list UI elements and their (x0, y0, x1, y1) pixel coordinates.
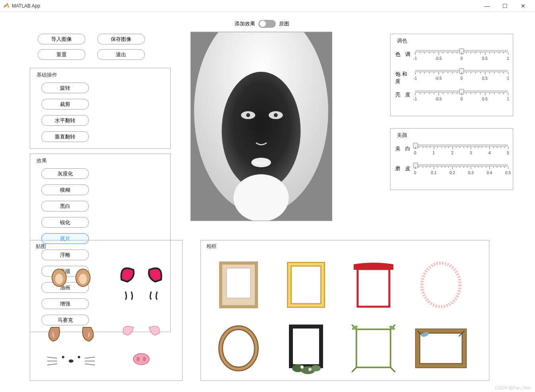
svg-rect-21 (289, 264, 323, 306)
toggle-left-label: 添加效果 (235, 20, 255, 27)
svg-point-27 (221, 328, 256, 369)
svg-point-17 (137, 357, 140, 361)
svg-point-18 (143, 357, 146, 361)
svg-point-31 (311, 365, 321, 371)
svg-point-7 (251, 158, 271, 167)
sharpen-button[interactable]: 锐化 (41, 217, 89, 228)
frames-panel: 相框 (200, 240, 489, 381)
app-body: 导入图像 保存图像 重置 退出 基础操作 旋转 裁剪 水平翻转 垂直翻转 效果 … (0, 12, 535, 392)
reset-button[interactable]: 重置 (38, 49, 85, 60)
svg-point-25 (422, 263, 460, 307)
titlebar: MATLAB App — ☐ ✕ (0, 0, 535, 12)
svg-rect-22 (289, 264, 323, 306)
smooth-slider-row: 磨 皮 00.10.20.30.40.5 (395, 164, 508, 179)
frame-frame-classic-beige[interactable] (213, 258, 264, 311)
svg-point-15 (69, 359, 73, 363)
svg-point-16 (133, 354, 149, 365)
right-column: 调色 色 调 -1-0.500.51 饱和度 -1-0.500.51 亮 度 -… (390, 34, 513, 202)
hue-label: 色 调 (395, 50, 415, 58)
matlab-icon (3, 3, 10, 9)
basic-ops-panel: 基础操作 旋转 裁剪 水平翻转 垂直翻转 (30, 68, 171, 149)
smooth-label: 磨 皮 (395, 164, 415, 172)
svg-rect-20 (227, 268, 250, 298)
vflip-button[interactable]: 垂直翻转 (41, 131, 89, 142)
rotate-button[interactable]: 旋转 (41, 83, 89, 93)
svg-point-13 (62, 356, 64, 358)
brightness-label: 亮 度 (395, 90, 415, 98)
color-adjust-panel: 调色 色 调 -1-0.500.51 饱和度 -1-0.500.51 亮 度 -… (390, 34, 513, 116)
maximize-button[interactable]: ☐ (496, 0, 514, 12)
svg-point-12 (79, 274, 87, 284)
svg-point-2 (222, 72, 301, 190)
frame-frame-red-chinese[interactable] (348, 258, 399, 311)
crop-button[interactable]: 裁剪 (41, 99, 89, 110)
import-button[interactable]: 导入图像 (38, 34, 85, 44)
beauty-panel: 美颜 美 白 012345 磨 皮 00.10.20.30.40.5 (390, 128, 513, 190)
saturation-slider-row: 饱和度 -1-0.500.51 (395, 70, 508, 85)
svg-rect-34 (356, 329, 391, 367)
minimize-button[interactable]: — (478, 0, 496, 12)
svg-point-32 (300, 365, 304, 369)
beauty-title: 美颜 (395, 132, 508, 139)
frame-frame-bamboo[interactable] (348, 321, 399, 375)
brightness-slider-row: 亮 度 -1-0.500.51 (395, 90, 508, 105)
grayscale-button[interactable]: 灰度化 (41, 168, 89, 179)
color-title: 调色 (395, 37, 508, 44)
svg-point-33 (308, 368, 312, 371)
frames-title: 相框 (205, 243, 485, 250)
frame-frame-wood-brown[interactable] (415, 321, 467, 375)
whiten-label: 美 白 (395, 144, 415, 152)
svg-point-14 (78, 356, 80, 358)
whiten-slider-row: 美 白 012345 (395, 144, 508, 159)
center-column: 添加效果 原图 (191, 20, 333, 221)
svg-point-5 (246, 113, 250, 117)
svg-point-6 (274, 113, 278, 117)
frame-frame-gold-ornate[interactable] (280, 258, 332, 311)
sticker-pig-ears-nose[interactable] (110, 317, 172, 373)
hflip-button[interactable]: 水平翻转 (41, 115, 89, 126)
svg-rect-28 (291, 327, 321, 366)
svg-point-8 (233, 174, 289, 221)
effect-toggle[interactable] (258, 20, 276, 28)
svg-rect-23 (358, 269, 389, 307)
main-image (191, 32, 332, 221)
effects-title: 效果 (35, 157, 166, 164)
save-button[interactable]: 保存图像 (97, 34, 145, 44)
blur-button[interactable]: 模糊 (41, 184, 89, 195)
sticker-cat-ears-2[interactable] (110, 258, 172, 313)
frame-frame-pink-oval[interactable] (415, 258, 467, 311)
frame-frame-black-ornate[interactable] (280, 321, 332, 375)
toggle-row: 添加效果 原图 (191, 20, 333, 28)
toggle-right-label: 原图 (279, 20, 289, 27)
frame-frame-bronze-oval[interactable] (213, 321, 264, 375)
bw-button[interactable]: 黑白 (41, 201, 89, 211)
svg-rect-24 (354, 264, 393, 270)
stickers-panel: 贴图 (30, 240, 183, 381)
window-title: MATLAB App (12, 3, 478, 9)
stickers-title: 贴图 (34, 243, 178, 250)
close-button[interactable]: ✕ (514, 0, 532, 12)
svg-point-10 (55, 274, 63, 284)
hue-slider-row: 色 调 -1-0.500.51 (395, 50, 508, 64)
sticker-cat-ears-1[interactable] (40, 258, 102, 313)
basic-ops-title: 基础操作 (35, 71, 166, 79)
exit-button[interactable]: 退出 (97, 49, 145, 60)
top-buttons: 导入图像 保存图像 重置 退出 (30, 34, 171, 60)
watermark: CSDN @Fan_Hen (495, 385, 531, 390)
saturation-label: 饱和度 (395, 70, 415, 85)
sticker-dog-ears[interactable] (40, 317, 102, 373)
